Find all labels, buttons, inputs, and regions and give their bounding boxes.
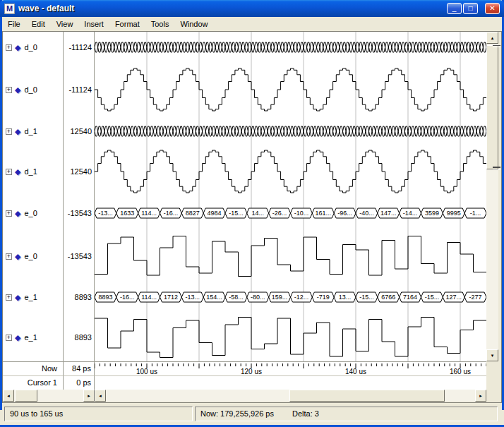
bus-value-label: -26... xyxy=(272,210,287,217)
right-filler xyxy=(498,32,501,361)
timeline-label: 120 us xyxy=(241,368,262,375)
signal-diamond-icon: ◆ xyxy=(15,127,20,136)
menu-edit[interactable]: Edit xyxy=(26,17,51,31)
pane-sash-grip[interactable] xyxy=(493,167,500,170)
horizontal-scrollbar-row: ◂ ▸ ◂ ▸ xyxy=(3,390,501,402)
signal-diamond-icon: ◆ xyxy=(15,167,20,176)
bus-value-label: 8893 xyxy=(98,294,112,301)
bus-value-label: -719 xyxy=(317,294,330,301)
expand-icon[interactable]: + xyxy=(6,210,12,217)
signal-name: e_0 xyxy=(24,252,37,260)
menu-bar: FileEditViewInsertFormatToolsWindow xyxy=(2,17,502,31)
bus-value-label: 4984 xyxy=(208,210,222,217)
menu-file[interactable]: File xyxy=(2,17,26,31)
window-title: wave - default xyxy=(18,4,74,13)
window-border-left xyxy=(0,0,2,410)
pane-sash-grip[interactable] xyxy=(493,45,500,47)
signal-value: 8893 xyxy=(64,332,92,343)
now-label: Now xyxy=(3,361,64,375)
expand-icon[interactable]: + xyxy=(6,169,12,175)
bus-wave xyxy=(95,42,486,52)
signal-row[interactable]: +◆e_0 xyxy=(6,208,62,219)
bus-value-label: 9995 xyxy=(447,210,461,217)
menu-format[interactable]: Format xyxy=(109,17,145,31)
scroll-down-button[interactable]: ▾ xyxy=(486,349,498,361)
signal-row[interactable]: +◆d_1 xyxy=(6,166,62,177)
maximize-button[interactable]: □ xyxy=(463,3,478,14)
bus-wave xyxy=(95,126,486,136)
expand-icon[interactable]: + xyxy=(6,44,12,51)
bus-value-label: -15... xyxy=(359,294,374,301)
vertical-scrollbar-thumb[interactable] xyxy=(486,45,498,169)
bus-value-label: -12... xyxy=(294,294,309,301)
wave-scrollbar-thumb[interactable] xyxy=(289,390,445,402)
analog-sine-wave xyxy=(95,68,486,111)
signal-row[interactable]: +◆d_1 xyxy=(6,126,62,137)
bus-value-label: -15... xyxy=(229,210,244,217)
bus-value-label: -80... xyxy=(251,294,265,301)
waveform-plot[interactable]: -13...1633114...-16...88274984-15...14..… xyxy=(95,32,486,361)
menu-insert[interactable]: Insert xyxy=(78,17,109,31)
bus-value-label: -16... xyxy=(120,294,135,301)
signal-row[interactable]: +◆e_0 xyxy=(6,251,62,262)
signal-names-panel[interactable] xyxy=(3,32,64,361)
bus-value-label: -14... xyxy=(403,210,418,217)
status-now: Now: 179,255,926 ps xyxy=(200,407,274,421)
names-scrollbar-thumb[interactable] xyxy=(15,390,37,402)
signal-diamond-icon: ◆ xyxy=(15,252,20,261)
wave-scroll-left-button[interactable]: ◂ xyxy=(95,390,106,402)
signal-row[interactable]: +◆e_1 xyxy=(6,332,62,343)
signal-diamond-icon: ◆ xyxy=(15,43,20,52)
bus-value-label: 6766 xyxy=(381,294,395,301)
signal-diamond-icon: ◆ xyxy=(15,209,20,218)
expand-icon[interactable]: + xyxy=(6,335,12,341)
time-ruler[interactable]: 100 us120 us140 us160 us xyxy=(95,361,486,375)
signal-name: d_1 xyxy=(24,167,37,176)
menu-window[interactable]: Window xyxy=(174,17,213,31)
signal-diamond-icon: ◆ xyxy=(15,85,20,95)
cursor-label[interactable]: Cursor 1 xyxy=(3,375,64,390)
status-bar: 90 us to 165 us Now: 179,255,926 ps Delt… xyxy=(2,403,502,425)
titlebar[interactable]: M wave - default _ □ ✕ xyxy=(0,0,504,17)
expand-icon[interactable]: + xyxy=(6,87,12,93)
bus-value-label: -40... xyxy=(359,210,374,217)
scroll-up-button[interactable]: ▴ xyxy=(486,32,498,44)
signal-values-panel[interactable] xyxy=(64,32,95,361)
wave-canvas[interactable]: -13...1633114...-16...88274984-15...14..… xyxy=(95,32,486,361)
signal-name: d_0 xyxy=(24,85,37,94)
wave-scroll-right-button[interactable]: ▸ xyxy=(475,390,486,402)
analog-step-wave xyxy=(95,318,486,358)
bus-value-label: 161... xyxy=(316,210,332,217)
cursor-value: 0 ps xyxy=(64,375,95,390)
timeline-label: 160 us xyxy=(450,368,471,375)
signal-value: -13543 xyxy=(64,251,92,262)
close-button[interactable]: ✕ xyxy=(485,3,500,14)
timeline-label: 100 us xyxy=(136,368,157,375)
modelsim-icon: M xyxy=(4,4,15,14)
signal-name: d_1 xyxy=(24,127,37,136)
analog-sine-wave xyxy=(95,150,486,193)
names-scroll-right-button[interactable]: ▸ xyxy=(83,390,95,402)
expand-icon[interactable]: + xyxy=(6,294,12,301)
cursor-track[interactable] xyxy=(95,375,486,390)
bus-value-label: -1... xyxy=(470,210,481,217)
minimize-button[interactable]: _ xyxy=(447,3,462,14)
bus-value-label: 13... xyxy=(339,294,352,301)
bus-value-label: 127... xyxy=(446,294,462,301)
menu-tools[interactable]: Tools xyxy=(145,17,175,31)
bus-value-label: -96... xyxy=(337,210,352,217)
signal-row[interactable]: +◆e_1 xyxy=(6,291,62,303)
menu-view[interactable]: View xyxy=(51,17,79,31)
bus-value-label: 3599 xyxy=(425,210,439,217)
signal-diamond-icon: ◆ xyxy=(15,293,20,302)
signal-row[interactable]: +◆d_0 xyxy=(6,84,62,95)
bus-value-label: -58... xyxy=(229,294,244,301)
signal-name: e_1 xyxy=(24,333,37,342)
signal-diamond-icon: ◆ xyxy=(15,333,20,342)
names-scroll-left-button[interactable]: ◂ xyxy=(3,390,14,402)
expand-icon[interactable]: + xyxy=(6,253,12,260)
expand-icon[interactable]: + xyxy=(6,128,12,135)
bus-value-label: 147... xyxy=(380,210,397,217)
status-range: 90 us to 165 us xyxy=(4,407,193,421)
signal-row[interactable]: +◆d_0 xyxy=(6,42,62,53)
